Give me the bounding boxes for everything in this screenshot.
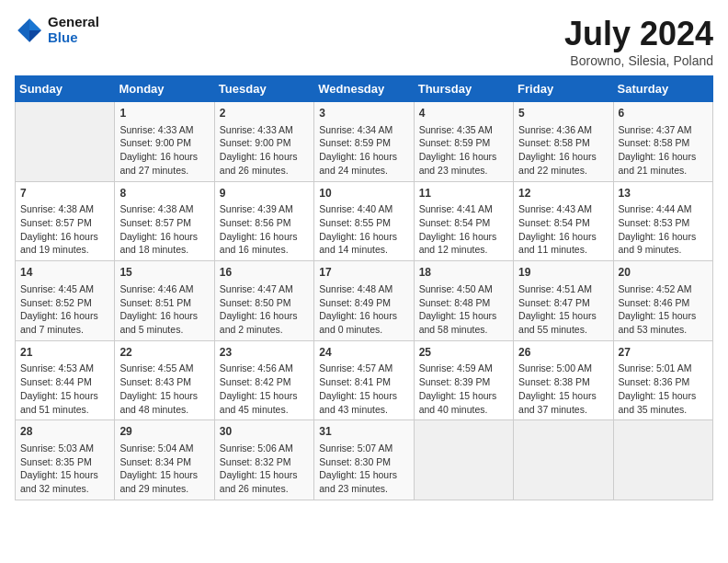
logo-icon [15,16,44,45]
svg-marker-1 [29,18,41,30]
day-info: Sunrise: 4:43 AM Sunset: 8:54 PM Dayligh… [518,202,608,257]
calendar-table: SundayMondayTuesdayWednesdayThursdayFrid… [15,75,713,500]
day-info: Sunrise: 4:59 AM Sunset: 8:39 PM Dayligh… [419,362,508,416]
day-number: 10 [319,186,408,201]
day-number: 17 [319,265,408,281]
day-number: 7 [20,186,109,201]
calendar-cell: 13Sunrise: 4:44 AM Sunset: 8:53 PM Dayli… [613,181,712,261]
calendar-week-row: 28Sunrise: 5:03 AM Sunset: 8:35 PM Dayli… [16,420,713,500]
weekday-header: Saturday [613,76,712,102]
day-info: Sunrise: 4:45 AM Sunset: 8:52 PM Dayligh… [20,282,109,337]
calendar-cell: 22Sunrise: 4:55 AM Sunset: 8:43 PM Dayli… [115,340,214,420]
calendar-cell: 6Sunrise: 4:37 AM Sunset: 8:58 PM Daylig… [613,102,712,182]
day-info: Sunrise: 5:01 AM Sunset: 8:36 PM Dayligh… [619,362,708,416]
weekday-header: Tuesday [214,76,313,102]
day-info: Sunrise: 5:00 AM Sunset: 8:38 PM Dayligh… [518,362,608,416]
day-number: 16 [220,265,309,281]
day-info: Sunrise: 4:35 AM Sunset: 8:59 PM Dayligh… [419,123,508,178]
day-info: Sunrise: 4:56 AM Sunset: 8:42 PM Dayligh… [220,362,309,416]
calendar-cell: 4Sunrise: 4:35 AM Sunset: 8:59 PM Daylig… [414,102,513,182]
weekday-header: Friday [514,76,613,102]
svg-marker-2 [29,30,41,42]
weekday-header: Thursday [414,76,513,102]
day-number: 15 [119,265,209,281]
calendar-cell: 24Sunrise: 4:57 AM Sunset: 8:41 PM Dayli… [314,340,414,420]
calendar-cell: 5Sunrise: 4:36 AM Sunset: 8:58 PM Daylig… [514,102,613,182]
day-number: 8 [119,186,209,201]
day-info: Sunrise: 4:55 AM Sunset: 8:43 PM Dayligh… [119,362,209,416]
calendar-cell: 8Sunrise: 4:38 AM Sunset: 8:57 PM Daylig… [115,181,214,261]
calendar-cell: 21Sunrise: 4:53 AM Sunset: 8:44 PM Dayli… [16,340,115,420]
day-info: Sunrise: 4:46 AM Sunset: 8:51 PM Dayligh… [119,282,209,337]
weekday-header: Wednesday [314,76,414,102]
day-number: 31 [319,424,408,440]
calendar-cell: 27Sunrise: 5:01 AM Sunset: 8:36 PM Dayli… [613,340,712,420]
calendar-cell [613,420,712,500]
calendar-cell: 10Sunrise: 4:40 AM Sunset: 8:55 PM Dayli… [314,181,414,261]
day-number: 29 [119,424,209,440]
title-block: July 2024 Borowno, Silesia, Poland [564,15,713,68]
weekday-header: Monday [115,76,214,102]
calendar-cell: 18Sunrise: 4:50 AM Sunset: 8:48 PM Dayli… [414,261,513,341]
day-number: 12 [518,186,608,201]
calendar-cell: 14Sunrise: 4:45 AM Sunset: 8:52 PM Dayli… [16,261,115,341]
day-info: Sunrise: 4:33 AM Sunset: 9:00 PM Dayligh… [220,123,309,178]
day-number: 2 [220,106,309,121]
calendar-week-row: 7Sunrise: 4:38 AM Sunset: 8:57 PM Daylig… [16,181,713,261]
day-number: 23 [220,345,309,361]
day-info: Sunrise: 4:38 AM Sunset: 8:57 PM Dayligh… [119,202,209,257]
day-number: 9 [220,186,309,201]
day-number: 25 [419,345,508,361]
day-info: Sunrise: 4:34 AM Sunset: 8:59 PM Dayligh… [319,123,408,178]
day-number: 4 [419,106,508,121]
day-number: 1 [119,106,209,121]
calendar-week-row: 21Sunrise: 4:53 AM Sunset: 8:44 PM Dayli… [16,340,713,420]
calendar-cell: 2Sunrise: 4:33 AM Sunset: 9:00 PM Daylig… [214,102,313,182]
calendar-cell: 15Sunrise: 4:46 AM Sunset: 8:51 PM Dayli… [115,261,214,341]
day-info: Sunrise: 4:41 AM Sunset: 8:54 PM Dayligh… [419,202,508,257]
day-number: 22 [119,345,209,361]
location: Borowno, Silesia, Poland [564,53,713,68]
day-number: 11 [419,186,508,201]
calendar-cell: 3Sunrise: 4:34 AM Sunset: 8:59 PM Daylig… [314,102,414,182]
day-info: Sunrise: 5:03 AM Sunset: 8:35 PM Dayligh… [20,442,109,496]
calendar-cell: 9Sunrise: 4:39 AM Sunset: 8:56 PM Daylig… [214,181,313,261]
day-number: 21 [20,345,109,361]
calendar-cell [16,102,115,182]
calendar-week-row: 1Sunrise: 4:33 AM Sunset: 9:00 PM Daylig… [16,102,713,182]
calendar-cell: 25Sunrise: 4:59 AM Sunset: 8:39 PM Dayli… [414,340,513,420]
day-number: 13 [619,186,708,201]
logo-text: General Blue [48,15,99,45]
weekday-header: Sunday [16,76,115,102]
calendar-cell: 26Sunrise: 5:00 AM Sunset: 8:38 PM Dayli… [514,340,613,420]
calendar-cell [414,420,513,500]
calendar-week-row: 14Sunrise: 4:45 AM Sunset: 8:52 PM Dayli… [16,261,713,341]
calendar-cell: 30Sunrise: 5:06 AM Sunset: 8:32 PM Dayli… [214,420,313,500]
day-number: 19 [518,265,608,281]
day-info: Sunrise: 4:40 AM Sunset: 8:55 PM Dayligh… [319,202,408,257]
calendar-cell: 28Sunrise: 5:03 AM Sunset: 8:35 PM Dayli… [16,420,115,500]
weekday-row: SundayMondayTuesdayWednesdayThursdayFrid… [16,76,713,102]
day-number: 28 [20,424,109,440]
day-info: Sunrise: 4:36 AM Sunset: 8:58 PM Dayligh… [518,123,608,178]
day-number: 20 [619,265,708,281]
day-info: Sunrise: 4:48 AM Sunset: 8:49 PM Dayligh… [319,282,408,337]
calendar-body: 1Sunrise: 4:33 AM Sunset: 9:00 PM Daylig… [16,102,713,500]
day-number: 6 [619,106,708,121]
day-info: Sunrise: 4:33 AM Sunset: 9:00 PM Dayligh… [119,123,209,178]
day-info: Sunrise: 4:57 AM Sunset: 8:41 PM Dayligh… [319,362,408,416]
calendar-header: SundayMondayTuesdayWednesdayThursdayFrid… [16,76,713,102]
day-info: Sunrise: 4:37 AM Sunset: 8:58 PM Dayligh… [619,123,708,178]
logo: General Blue [15,15,99,45]
day-number: 26 [518,345,608,361]
day-number: 27 [619,345,708,361]
month-year: July 2024 [564,15,713,53]
calendar-cell [514,420,613,500]
calendar-cell: 11Sunrise: 4:41 AM Sunset: 8:54 PM Dayli… [414,181,513,261]
calendar-cell: 1Sunrise: 4:33 AM Sunset: 9:00 PM Daylig… [115,102,214,182]
calendar-cell: 29Sunrise: 5:04 AM Sunset: 8:34 PM Dayli… [115,420,214,500]
day-number: 24 [319,345,408,361]
day-info: Sunrise: 5:07 AM Sunset: 8:30 PM Dayligh… [319,442,408,496]
day-number: 5 [518,106,608,121]
day-info: Sunrise: 5:04 AM Sunset: 8:34 PM Dayligh… [119,442,209,496]
